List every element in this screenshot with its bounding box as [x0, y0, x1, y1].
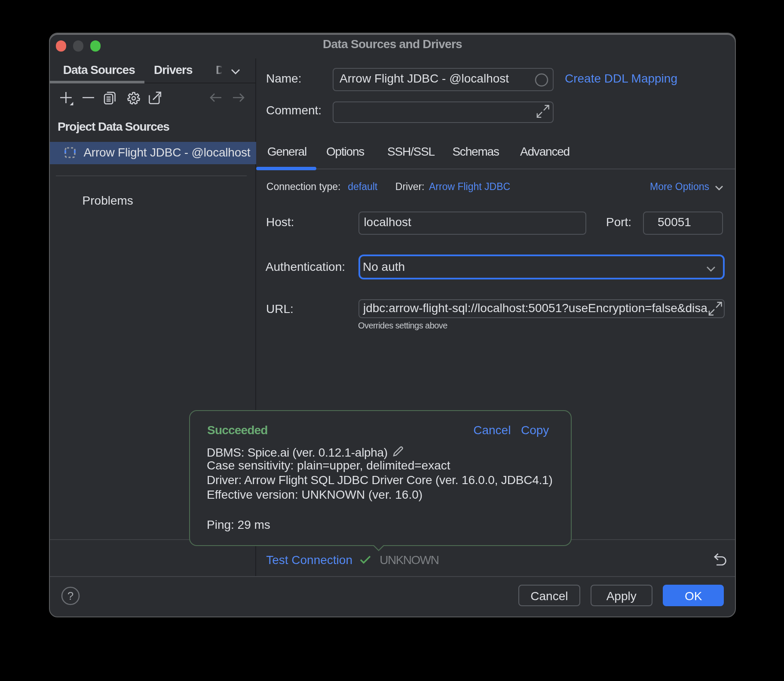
svg-text:?: ?: [67, 589, 74, 602]
